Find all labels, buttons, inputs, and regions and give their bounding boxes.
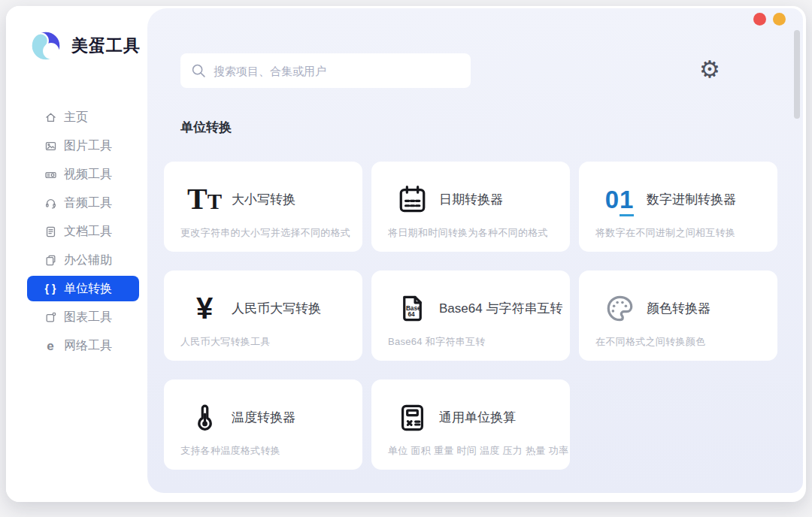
home-icon (44, 110, 57, 124)
sidebar-item-chart[interactable]: 图表工具 (27, 304, 139, 330)
sidebar-item-audio[interactable]: 音频工具 (27, 190, 139, 216)
video-icon (44, 168, 57, 181)
sidebar-item-home[interactable]: 主页 (27, 104, 139, 130)
tool-card-yuan[interactable]: ¥ 人民币大写转换 人民币大写转换工具 (164, 271, 362, 361)
settings-gear-icon[interactable]: ⚙ (696, 56, 723, 83)
audio-icon (44, 196, 57, 210)
tool-card-calendar[interactable]: 日期转换器 将日期和时间转换为各种不同的格式 (371, 162, 570, 252)
logo-swirl-icon (26, 26, 66, 66)
palette-icon (600, 289, 639, 328)
svg-text:64: 64 (408, 311, 415, 318)
thermometer-icon (185, 398, 224, 437)
sidebar-item-braces[interactable]: { } 单位转换 (27, 276, 139, 301)
window-dot-yellow[interactable] (773, 13, 786, 26)
tool-card-text-case[interactable]: TT 大小写转换 更改字符串的大小写并选择不同的格式 (164, 162, 362, 252)
app-title: 美蛋工具 (71, 35, 141, 57)
app-window: 美蛋工具 主页 图片工具 视频工具 (6, 6, 806, 502)
window-controls (753, 13, 786, 26)
tool-card-base64[interactable]: Base64 Base64 与字符串互转 Base64 和字符串互转 (371, 271, 570, 361)
document-icon (44, 225, 57, 238)
sidebar-nav: 主页 图片工具 视频工具 音频工具 (6, 101, 147, 361)
tool-card-calculator[interactable]: 通用单位换算 单位 面积 重量 时间 温度 压力 热量 功率 (371, 379, 570, 470)
tool-card-binary[interactable]: 01 数字进制转换器 将数字在不同进制之间相互转换 (579, 162, 777, 252)
sidebar-item-office[interactable]: 办公辅助 (27, 247, 139, 273)
text-case-icon: TT (185, 180, 224, 219)
chart-icon (44, 310, 57, 324)
sidebar-item-image[interactable]: 图片工具 (27, 133, 139, 159)
tool-card-palette[interactable]: 颜色转换器 在不同格式之间转换颜色 (579, 271, 777, 361)
sidebar-item-network[interactable]: e 网络工具 (27, 333, 139, 358)
binary-icon: 01 (600, 180, 639, 219)
search-bar (180, 53, 471, 88)
section-title: 单位转换 (180, 119, 232, 136)
calculator-icon (392, 398, 432, 437)
sidebar-item-document[interactable]: 文档工具 (27, 219, 139, 244)
office-icon (44, 253, 57, 267)
network-icon: e (44, 339, 57, 352)
yuan-icon: ¥ (185, 289, 224, 328)
search-input[interactable] (180, 53, 471, 88)
app-logo: 美蛋工具 (6, 6, 147, 66)
tools-grid: TT 大小写转换 更改字符串的大小写并选择不同的格式 日期转换器 将日期和时间转… (164, 162, 777, 470)
tool-card-thermometer[interactable]: 温度转换器 支持各种温度格式转换 (164, 379, 362, 470)
sidebar-item-video[interactable]: 视频工具 (27, 162, 139, 187)
image-icon (44, 139, 57, 153)
base64-icon: Base64 (392, 289, 432, 328)
braces-icon: { } (44, 282, 57, 295)
scrollbar-thumb[interactable] (794, 30, 800, 119)
window-dot-red[interactable] (753, 13, 766, 26)
search-icon (190, 62, 207, 79)
calendar-icon (392, 180, 432, 219)
sidebar: 美蛋工具 主页 图片工具 视频工具 (6, 6, 147, 502)
